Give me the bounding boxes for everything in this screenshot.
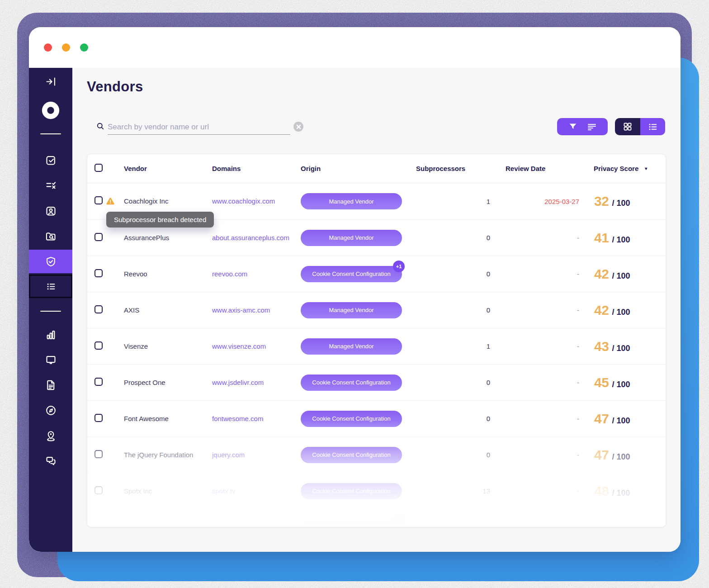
row-checkbox[interactable] [95, 305, 103, 313]
table-row[interactable]: AXIS www.axis-amc.com Managed Vendor 0 -… [87, 292, 666, 328]
row-checkbox[interactable] [95, 233, 103, 241]
privacy-score-value: 49 [594, 520, 609, 528]
origin-badge-label: Cookie Consent Configuration [301, 447, 402, 463]
warning-icon[interactable] [105, 196, 115, 206]
origin-badge: Cookie Consent Configuration [301, 375, 402, 391]
sidebar-item-messages[interactable] [29, 449, 72, 473]
sort-caret-icon[interactable]: ▾ [645, 166, 647, 171]
row-checkbox[interactable] [95, 486, 103, 494]
column-header-privacy-score[interactable]: Privacy Score ▾ [581, 165, 666, 172]
privacy-score-value: 47 [594, 447, 609, 463]
table-row[interactable]: Slack Technologies Inc slack.com Data St… [87, 509, 666, 527]
domain-link[interactable]: www.coachlogix.com [212, 197, 275, 205]
sort-button[interactable] [586, 121, 597, 132]
view-toggle [615, 118, 665, 135]
origin-badge: Data Storage +1 [301, 519, 402, 528]
minimize-window-button[interactable] [62, 43, 70, 52]
domain-link[interactable]: fontwesome.com [212, 415, 263, 422]
list-view-button[interactable] [640, 118, 666, 135]
privacy-score-cell: 41 / 100 [581, 230, 666, 246]
origin-badge: Managed Vendor [301, 230, 402, 246]
table-row[interactable]: The jQuery Foundation jquery.com Cookie … [87, 436, 666, 473]
row-checkbox[interactable] [95, 522, 103, 528]
review-date-cell: - [500, 306, 581, 314]
row-checkbox[interactable] [95, 414, 103, 422]
contact-card-icon [45, 205, 57, 217]
column-header-origin[interactable]: Origin [297, 165, 407, 172]
row-checkbox[interactable] [95, 196, 103, 204]
table-row[interactable]: Reevoo reevoo.com Cookie Consent Configu… [87, 256, 666, 292]
sidebar-item-vendors[interactable] [29, 250, 72, 273]
domain-link[interactable]: www.visenze.com [212, 342, 266, 350]
sidebar-item-explore[interactable] [29, 398, 72, 422]
row-checkbox[interactable] [95, 378, 103, 386]
domain-link[interactable]: reevoo.com [212, 270, 247, 278]
sidebar-divider [40, 133, 61, 134]
origin-badge-label: Cookie Consent Configuration [301, 375, 402, 391]
filter-sort-buttons [557, 118, 608, 135]
subprocessors-count: 0 [407, 451, 500, 459]
table-row[interactable]: Visenze www.visenze.com Managed Vendor 1… [87, 328, 666, 364]
domain-link[interactable]: spotx.tv [212, 487, 236, 495]
domain-link[interactable]: www.axis-amc.com [212, 306, 270, 314]
select-all-checkbox[interactable] [95, 164, 103, 172]
search-input[interactable] [108, 119, 290, 135]
sidebar [29, 68, 72, 552]
domain-link[interactable]: jquery.com [212, 451, 245, 459]
domain-link[interactable]: slack.com [212, 523, 242, 528]
sidebar-item-discovery[interactable] [29, 224, 72, 248]
privacy-score-value: 48 [594, 484, 609, 499]
review-date-cell: 2025-03-27 [500, 198, 581, 205]
page-title: Vendors [87, 79, 143, 95]
location-pin-icon [45, 430, 57, 442]
table-row[interactable]: Prospect One www.jsdelivr.com Cookie Con… [87, 364, 666, 400]
clear-search-button[interactable] [293, 122, 303, 132]
sidebar-item-vendor-list[interactable] [29, 275, 72, 298]
column-header-review-date[interactable]: Review Date [500, 165, 581, 172]
vendor-name: Coachlogix Inc [124, 197, 168, 205]
domain-link[interactable]: www.jsdelivr.com [212, 379, 264, 386]
vendor-name: Spotx Inc [124, 487, 152, 495]
sidebar-item-contacts[interactable] [29, 199, 72, 223]
vendor-name: Slack Technologies Inc [124, 523, 193, 528]
privacy-score-denominator: / 100 [612, 380, 630, 389]
review-date-cell: - [500, 451, 581, 459]
vendor-name: Prospect One [124, 379, 165, 386]
privacy-score-cell: 49 / 100 [581, 520, 666, 528]
collapse-icon [45, 76, 57, 88]
domain-link[interactable]: about.assuranceplus.com [212, 234, 289, 242]
subprocessors-count: 13 [407, 487, 500, 495]
row-checkbox[interactable] [95, 269, 103, 277]
privacy-score-cell: 42 / 100 [581, 303, 666, 318]
table-row[interactable]: Font Awesome fontwesome.com Cookie Conse… [87, 400, 666, 436]
sort-lines-icon [586, 121, 597, 132]
close-window-button[interactable] [44, 43, 52, 52]
table-row[interactable]: Spotx Inc spotx.tv Cookie Consent Config… [87, 473, 666, 509]
app-logo[interactable] [40, 100, 61, 121]
subprocessors-count: 0 [407, 415, 500, 422]
grid-view-button[interactable] [615, 118, 640, 135]
row-checkbox[interactable] [95, 450, 103, 458]
sidebar-item-documents[interactable] [29, 373, 72, 397]
sidebar-item-tasks[interactable] [29, 148, 72, 172]
privacy-score-cell: 32 / 100 [581, 194, 666, 209]
shield-check-icon [45, 256, 57, 268]
privacy-score-cell: 42 / 100 [581, 266, 666, 282]
filter-button[interactable] [568, 122, 578, 132]
sidebar-item-analytics[interactable] [29, 323, 72, 346]
column-header-domains[interactable]: Domains [208, 165, 297, 172]
sidebar-item-sessions[interactable] [29, 348, 72, 371]
sidebar-collapse-button[interactable] [29, 70, 72, 93]
sidebar-item-locations[interactable] [29, 424, 72, 447]
compass-icon [45, 404, 57, 417]
column-header-subprocessors[interactable]: Subprocessors [407, 165, 500, 172]
privacy-score-denominator: / 100 [612, 488, 630, 498]
window-titlebar [29, 27, 681, 68]
chat-icon [45, 455, 57, 467]
zoom-window-button[interactable] [80, 43, 88, 52]
review-date-cell: - [500, 342, 581, 350]
row-checkbox[interactable] [95, 341, 103, 350]
column-header-vendor[interactable]: Vendor [120, 165, 208, 172]
privacy-score-value: 43 [594, 339, 609, 354]
sidebar-item-checklist[interactable] [29, 173, 72, 197]
